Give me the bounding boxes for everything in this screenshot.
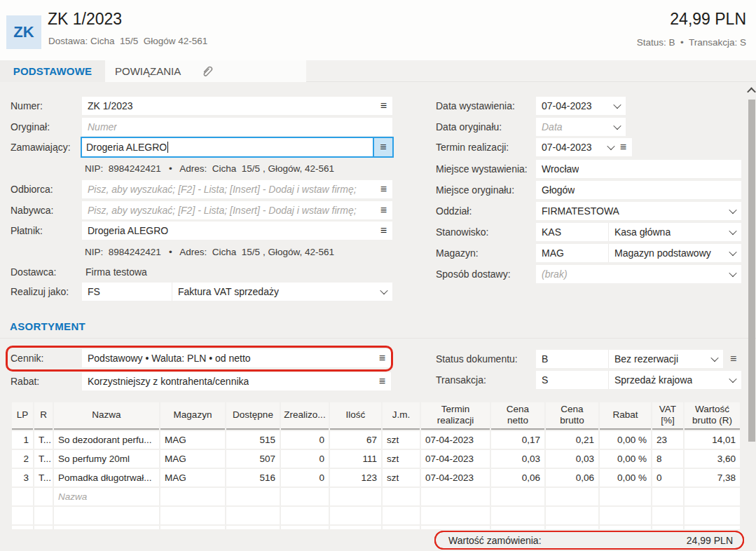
column-header[interactable]: Rabat: [600, 402, 651, 430]
table-cell[interactable]: [383, 488, 420, 505]
table-cell[interactable]: [491, 488, 544, 505]
table-cell[interactable]: [12, 507, 33, 524]
nabywca-field[interactable]: Pisz, aby wyszukać; [F2] - Lista; [Inser…: [82, 201, 392, 219]
magazyn-select[interactable]: MAG Magazyn podstawowy: [536, 244, 741, 262]
data-oryginalu-field[interactable]: Data: [536, 118, 626, 136]
tab-powiazania[interactable]: POWIĄZANIA: [105, 60, 306, 82]
table-cell[interactable]: 0: [281, 431, 329, 449]
termin-realizacji-field[interactable]: 07-04-2023 ≡: [536, 138, 632, 156]
table-cell[interactable]: [421, 488, 490, 505]
table-cell[interactable]: Nazwa: [54, 488, 159, 505]
table-cell[interactable]: 67: [330, 431, 381, 449]
table-cell[interactable]: 23: [652, 431, 683, 449]
numer-field[interactable]: ZK 1/2023 ≡: [82, 97, 392, 115]
table-cell[interactable]: 0: [281, 450, 329, 468]
table-cell[interactable]: 123: [330, 469, 381, 487]
table-cell[interactable]: MAG: [160, 450, 225, 468]
column-header[interactable]: R: [34, 402, 53, 430]
table-cell[interactable]: T...: [34, 431, 53, 449]
column-header[interactable]: Wartość brutto (R): [685, 402, 740, 430]
table-cell[interactable]: [491, 507, 544, 524]
table-cell[interactable]: [330, 488, 381, 505]
table-cell[interactable]: MAG: [160, 469, 225, 487]
odbiorca-field[interactable]: Pisz, aby wyszukać; [F2] - Lista; [Inser…: [82, 180, 392, 198]
column-header[interactable]: J.m.: [383, 402, 420, 430]
table-cell[interactable]: 07-04-2023: [421, 469, 490, 487]
tab-podstawowe[interactable]: PODSTAWOWE: [0, 60, 105, 82]
table-cell[interactable]: [54, 507, 159, 524]
table-cell[interactable]: 0,00 %: [600, 469, 651, 487]
table-cell[interactable]: T...: [34, 469, 53, 487]
table-cell[interactable]: [12, 488, 33, 505]
table-cell[interactable]: 0,00 %: [600, 431, 651, 449]
chevron-down-icon[interactable]: [613, 122, 621, 130]
table-cell[interactable]: [600, 507, 651, 524]
table-cell[interactable]: [652, 507, 683, 524]
table-cell[interactable]: [383, 507, 420, 524]
menu-icon[interactable]: ≡: [379, 376, 385, 387]
table-cell[interactable]: So dezodorant perfu...: [54, 431, 159, 449]
table-cell[interactable]: 7,38: [685, 469, 740, 487]
chevron-down-icon[interactable]: [729, 227, 736, 235]
scrollbar-up-button[interactable]: [747, 85, 756, 96]
column-header[interactable]: Nazwa: [54, 402, 159, 430]
table-cell[interactable]: 0,17: [491, 431, 544, 449]
zamawiajacy-field[interactable]: Drogeria ALEGRO ≡: [81, 137, 394, 158]
table-cell[interactable]: 507: [226, 450, 280, 468]
column-header[interactable]: VAT [%]: [652, 402, 683, 430]
table-cell[interactable]: 0: [652, 469, 683, 487]
column-header[interactable]: Cena netto: [491, 402, 544, 430]
table-cell[interactable]: [34, 488, 53, 505]
table-cell[interactable]: T...: [34, 450, 53, 468]
column-header[interactable]: Termin realizacji: [421, 402, 490, 430]
stanowisko-select[interactable]: KAS Kasa główna: [536, 223, 741, 241]
table-cell[interactable]: [600, 488, 651, 505]
chevron-down-icon[interactable]: [729, 269, 736, 277]
table-cell[interactable]: 2: [12, 450, 33, 468]
table-cell[interactable]: 0,03: [491, 450, 544, 468]
table-cell[interactable]: 07-04-2023: [421, 450, 490, 468]
table-cell[interactable]: szt: [383, 450, 420, 468]
miejsce-wystawienia-field[interactable]: Wrocław: [536, 160, 741, 178]
table-row-empty[interactable]: [12, 507, 740, 524]
table-cell[interactable]: 516: [226, 469, 280, 487]
table-row[interactable]: 3T...Pomadka długotrwał...MAG5160123szt0…: [12, 469, 740, 487]
table-cell[interactable]: szt: [383, 431, 420, 449]
chevron-down-icon[interactable]: [607, 142, 614, 150]
table-cell[interactable]: 3,60: [685, 450, 740, 468]
table-cell[interactable]: [281, 507, 329, 524]
table-cell[interactable]: 0,03: [546, 450, 598, 468]
table-cell[interactable]: 0,00 %: [600, 450, 651, 468]
table-cell[interactable]: [226, 507, 280, 524]
column-header[interactable]: Magazyn: [160, 402, 225, 430]
oddzial-select[interactable]: FIRMATESTOWA: [536, 202, 741, 220]
chevron-down-icon[interactable]: [729, 206, 736, 214]
table-cell[interactable]: [685, 488, 740, 505]
sposob-dostawy-select[interactable]: (brak): [536, 265, 741, 283]
table-cell[interactable]: [546, 488, 598, 505]
table-cell[interactable]: 0,06: [491, 469, 544, 487]
miejsce-oryginalu-field[interactable]: Głogów: [536, 181, 741, 199]
data-wystawienia-field[interactable]: 07-04-2023: [536, 97, 626, 115]
table-cell[interactable]: [421, 507, 490, 524]
chevron-down-icon[interactable]: [380, 287, 387, 294]
table-cell[interactable]: [281, 488, 329, 505]
column-header[interactable]: Zrealizo...: [281, 402, 329, 430]
table-row[interactable]: 2T...So perfumy 20mlMAG5070111szt07-04-2…: [12, 450, 740, 468]
menu-icon[interactable]: ≡: [620, 142, 626, 153]
table-cell[interactable]: 8: [652, 450, 683, 468]
table-cell[interactable]: 07-04-2023: [421, 431, 490, 449]
chevron-down-icon[interactable]: [729, 248, 736, 256]
table-cell[interactable]: [160, 507, 225, 524]
table-cell[interactable]: 0,21: [546, 431, 598, 449]
menu-icon[interactable]: ≡: [379, 353, 385, 364]
table-row[interactable]: 1T...So dezodorant perfu...MAG515067szt0…: [12, 431, 740, 449]
table-cell[interactable]: [330, 507, 381, 524]
table-cell[interactable]: [34, 507, 53, 524]
menu-icon[interactable]: ≡: [380, 225, 387, 236]
table-cell[interactable]: 14,01: [685, 431, 740, 449]
table-cell[interactable]: szt: [383, 469, 420, 487]
cennik-field[interactable]: Podstawowy • Waluta: PLN • od netto ≡: [82, 349, 391, 367]
table-cell[interactable]: [226, 488, 280, 505]
menu-icon[interactable]: ≡: [380, 205, 387, 216]
